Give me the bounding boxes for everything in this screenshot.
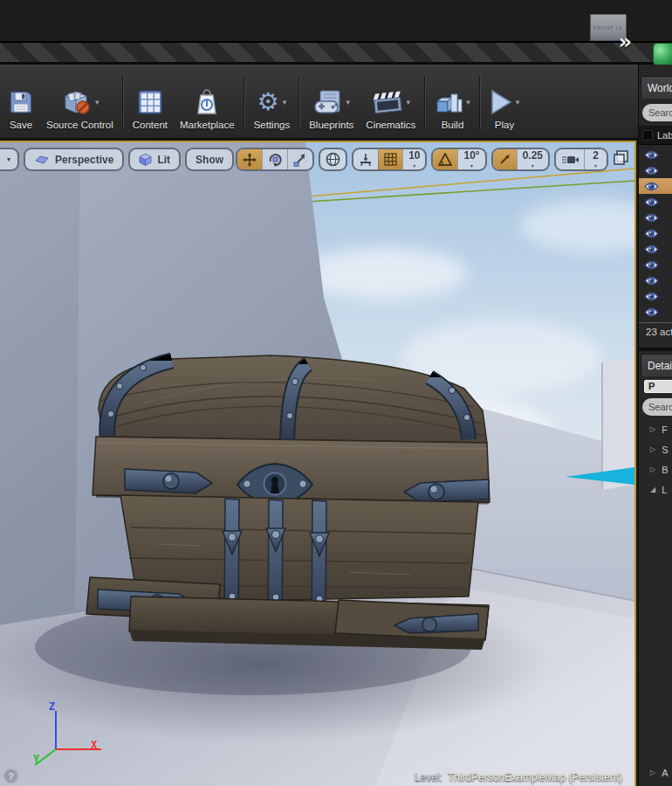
maximize-viewport-icon[interactable] (614, 150, 628, 165)
details-category-bottom[interactable]: ▷ A (639, 762, 672, 783)
help-icon[interactable]: ? (3, 768, 19, 784)
scale-snap-value[interactable]: 0.25▾ (517, 149, 548, 169)
dropdown-caret-icon[interactable]: ▾ (407, 98, 411, 107)
outliner-row[interactable] (639, 178, 672, 194)
chevron-down-icon: ▾ (594, 161, 597, 170)
content-button[interactable]: Content (127, 69, 174, 136)
dropdown-caret-icon[interactable]: ▾ (346, 98, 351, 107)
rotate-tool-button[interactable] (262, 149, 287, 169)
visibility-eye-icon[interactable] (644, 276, 659, 286)
main-toolbar: Save▾Source ControlContentMarketplace⚙▾S… (0, 65, 638, 140)
details-category-row[interactable]: ◢L (639, 479, 672, 500)
outliner-row[interactable] (639, 272, 672, 288)
details-category-row[interactable]: ▷F (639, 419, 672, 439)
dropdown-caret-icon[interactable]: ▾ (95, 98, 99, 107)
expander-collapsed-icon[interactable]: ▷ (650, 425, 655, 433)
chevron-down-icon: ▾ (531, 161, 534, 170)
visibility-eye-icon[interactable] (644, 150, 659, 160)
play-button[interactable]: ▾Play (483, 69, 526, 136)
chevron-down-icon: ▾ (470, 161, 473, 170)
tab-world-outliner[interactable]: World Outliner (641, 76, 672, 99)
surface-snap-button[interactable] (353, 149, 378, 169)
outliner-row[interactable] (639, 162, 672, 178)
object-name-field[interactable]: P (644, 380, 672, 393)
scale-snap-toggle-button[interactable] (493, 149, 517, 169)
toolbar-item-label: Build (442, 120, 464, 130)
expander-collapsed-icon[interactable]: ▷ (650, 445, 655, 453)
move-tool-button[interactable] (237, 149, 262, 169)
settings-button[interactable]: ⚙▾Settings (248, 69, 297, 136)
outliner-row[interactable] (639, 304, 672, 320)
build-button[interactable]: ▾Build (429, 69, 477, 136)
visibility-eye-icon[interactable] (644, 197, 659, 207)
outliner-rows (639, 147, 672, 320)
scale-snap-group: 0.25▾ (491, 148, 550, 171)
show-menu-button[interactable]: Show (185, 148, 234, 171)
axis-gizmo: Z X Y (10, 704, 106, 772)
save-button[interactable]: Save (2, 69, 40, 136)
grid-snap-toggle-button[interactable] (378, 149, 402, 169)
camera-mode-button[interactable]: Perspective (24, 148, 124, 171)
visibility-eye-icon[interactable] (644, 166, 659, 176)
view-mode-button[interactable]: Lit (128, 148, 181, 171)
details-category-row[interactable]: ▷B (639, 459, 672, 479)
world-space-toggle-button[interactable] (320, 149, 346, 169)
expander-collapsed-icon[interactable]: ▷ (650, 465, 655, 473)
visibility-eye-icon[interactable] (644, 229, 659, 238)
rotation-snap-value[interactable]: 10°▾ (457, 149, 484, 169)
visibility-eye-icon[interactable] (644, 292, 659, 301)
details-category-row[interactable]: ▷S (639, 439, 672, 459)
toolbar-item-label: Settings (254, 120, 291, 130)
marketplace-button[interactable]: Marketplace (174, 69, 241, 136)
outliner-row[interactable] (639, 257, 672, 272)
axis-z-label: Z (49, 700, 55, 713)
axis-y-label: Y (33, 753, 39, 765)
grid-snap-value-label: 10 (408, 151, 420, 161)
help-glyph: ? (8, 771, 14, 782)
outliner-row[interactable] (639, 225, 672, 241)
lit-cube-icon (139, 153, 152, 166)
visibility-eye-icon[interactable] (644, 260, 659, 270)
outliner-separator (639, 322, 672, 323)
expander-expanded-icon[interactable]: ◢ (650, 486, 655, 493)
toolbar-item-label: Marketplace (180, 120, 235, 130)
camera-speed-button[interactable] (556, 149, 584, 169)
toolbar-separator (479, 76, 481, 129)
scale-snap-icon (498, 153, 511, 166)
selected-object-row[interactable]: P (639, 377, 672, 395)
camera-mode-label: Perspective (55, 154, 113, 166)
toolbar-separator (298, 76, 300, 129)
green-badge-icon (653, 43, 672, 66)
rotation-snap-toggle-button[interactable] (433, 149, 457, 169)
outliner-row[interactable] (639, 241, 672, 257)
details-search-input[interactable]: Search (642, 398, 672, 416)
outliner-row[interactable] (639, 194, 672, 210)
visibility-eye-icon[interactable] (644, 307, 659, 317)
outliner-row[interactable] (639, 210, 672, 225)
viewport-options-button[interactable]: ▾ (0, 148, 19, 171)
outliner-column-header[interactable]: Label (639, 126, 672, 145)
visibility-eye-icon[interactable] (644, 182, 659, 191)
camera-speed-value[interactable]: 2▾ (584, 149, 607, 169)
grid-snap-value[interactable]: 10▾ (402, 149, 425, 169)
details-categories: ▷F▷S▷B◢L (639, 419, 672, 500)
visibility-eye-icon[interactable] (644, 213, 659, 223)
build-icon (435, 89, 463, 115)
right-dock: World Outliner Search... Label 23 actors… (638, 65, 672, 786)
toolbar-overflow-chevron-icon[interactable]: » (618, 30, 632, 54)
scale-tool-button[interactable] (287, 149, 312, 169)
visibility-eye-icon[interactable] (644, 245, 659, 254)
outliner-row[interactable] (639, 147, 672, 162)
cinematics-button[interactable]: ▾Cinematics (360, 69, 422, 136)
viewport-canvas[interactable]: ▾ Perspective Lit Show (0, 141, 636, 786)
dropdown-caret-icon[interactable]: ▾ (466, 98, 470, 107)
source-control-button[interactable]: ▾Source Control (40, 69, 120, 136)
dropdown-caret-icon[interactable]: ▾ (516, 98, 520, 107)
blueprints-button[interactable]: ▾Blueprints (303, 69, 360, 136)
outliner-row[interactable] (639, 288, 672, 304)
outliner-search-input[interactable]: Search... (642, 104, 672, 121)
tab-details[interactable]: Details (641, 354, 672, 376)
expander-collapsed-icon[interactable]: ▷ (650, 769, 655, 776)
toolbar-separator (424, 76, 426, 129)
dropdown-caret-icon[interactable]: ▾ (283, 98, 287, 107)
